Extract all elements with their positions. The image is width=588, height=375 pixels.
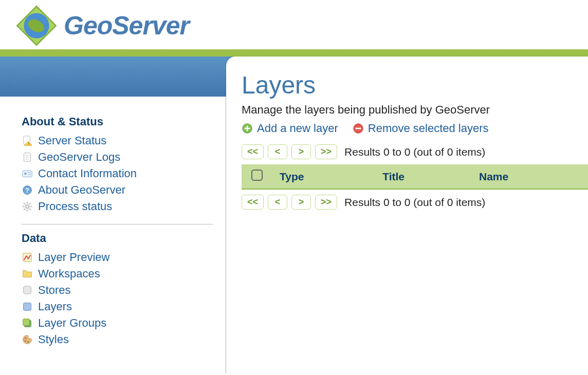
action-bar: Add a new layer Remove selected layers xyxy=(242,122,588,135)
svg-point-10 xyxy=(24,173,27,175)
sidebar-item-layer-groups[interactable]: Layer Groups xyxy=(22,315,213,331)
svg-line-22 xyxy=(29,203,31,204)
svg-point-24 xyxy=(26,205,28,208)
sidebar-link[interactable]: Layer Groups xyxy=(38,316,106,330)
sidebar-item-contact-information[interactable]: Contact Information xyxy=(22,165,213,182)
help-icon: ? xyxy=(22,184,33,196)
id-card-icon xyxy=(22,168,33,179)
main-panel: Layers Manage the layers being published… xyxy=(226,57,588,374)
sidebar-item-workspaces[interactable]: Workspaces xyxy=(22,266,213,282)
layers-table: Type Title Name xyxy=(242,164,588,190)
remove-layers-link[interactable]: Remove selected layers xyxy=(353,122,489,135)
sidebar-link[interactable]: Server Status xyxy=(38,134,106,147)
sidebar-item-layers[interactable]: Layers xyxy=(22,298,213,315)
add-layer-label: Add a new layer xyxy=(257,122,338,135)
layer-group-icon xyxy=(22,317,33,329)
pager-prev-button[interactable]: < xyxy=(268,195,287,210)
column-name[interactable]: Name xyxy=(472,164,588,189)
svg-point-32 xyxy=(27,341,29,343)
sidebar-item-about-geoserver[interactable]: ? About GeoServer xyxy=(22,182,213,198)
remove-layers-label: Remove selected layers xyxy=(368,122,489,135)
app-header: GeoServer xyxy=(0,0,588,57)
sidebar-item-stores[interactable]: Stores xyxy=(22,282,213,298)
page-title: Layers xyxy=(242,71,588,99)
layer-icon xyxy=(22,301,33,312)
brand-name: GeoServer xyxy=(64,11,189,41)
pager-first-button[interactable]: << xyxy=(242,195,264,210)
add-icon xyxy=(242,123,253,134)
pager-last-button[interactable]: >> xyxy=(315,144,337,159)
sidebar: About & Status ! Server Status GeoServer… xyxy=(0,97,226,374)
svg-text:!: ! xyxy=(28,141,29,146)
pager-next-button[interactable]: > xyxy=(291,195,311,210)
sidebar-section-about: ! Server Status GeoServer Logs Contact I… xyxy=(22,133,213,215)
sidebar-item-process-status[interactable]: Process status xyxy=(22,198,213,215)
preview-icon xyxy=(22,252,33,263)
svg-line-20 xyxy=(24,203,25,204)
svg-text:?: ? xyxy=(25,187,29,194)
database-icon xyxy=(22,285,33,296)
sidebar-section-title-data: Data xyxy=(22,232,213,245)
sidebar-link[interactable]: Stores xyxy=(38,284,71,297)
pager-last-button[interactable]: >> xyxy=(315,195,337,210)
palette-icon xyxy=(22,334,33,345)
pager-top: << < > >> Results 0 to 0 (out of 0 items… xyxy=(242,144,588,159)
gear-icon xyxy=(22,201,33,212)
sidebar-link[interactable]: Process status xyxy=(38,200,112,213)
sidebar-link[interactable]: Contact Information xyxy=(38,167,137,180)
sidebar-section-data: Layer Preview Workspaces Stores Layers xyxy=(22,249,213,348)
document-icon xyxy=(22,152,33,163)
pager-bottom: << < > >> Results 0 to 0 (out of 0 items… xyxy=(242,195,588,210)
pager-status: Results 0 to 0 (out of 0 items) xyxy=(344,196,485,209)
sidebar-link[interactable]: Workspaces xyxy=(38,267,100,280)
column-select-all xyxy=(242,164,272,189)
svg-point-31 xyxy=(25,340,26,342)
add-layer-link[interactable]: Add a new layer xyxy=(242,122,338,135)
svg-line-21 xyxy=(29,209,31,210)
sidebar-section-title-about: About & Status xyxy=(22,115,213,128)
sidebar-item-server-status[interactable]: ! Server Status xyxy=(22,133,213,149)
pager-prev-button[interactable]: < xyxy=(268,144,287,159)
sidebar-link[interactable]: Styles xyxy=(38,333,69,346)
svg-rect-29 xyxy=(23,319,30,326)
column-type[interactable]: Type xyxy=(272,164,375,189)
sidebar-item-styles[interactable]: Styles xyxy=(22,331,213,348)
sidebar-item-layer-preview[interactable]: Layer Preview xyxy=(22,249,213,266)
pager-next-button[interactable]: > xyxy=(291,144,311,159)
page-subtitle: Manage the layers being published by Geo… xyxy=(242,103,588,117)
folder-icon xyxy=(22,268,33,279)
pager-first-button[interactable]: << xyxy=(242,144,264,159)
svg-rect-27 xyxy=(24,303,31,311)
svg-line-23 xyxy=(24,209,25,210)
sidebar-link[interactable]: About GeoServer xyxy=(38,183,125,197)
page-warning-icon: ! xyxy=(22,135,33,146)
geoserver-logo-icon xyxy=(15,5,58,47)
sidebar-link[interactable]: Layers xyxy=(38,300,72,313)
select-all-checkbox[interactable] xyxy=(251,170,263,181)
sidebar-link[interactable]: Layer Preview xyxy=(38,251,109,264)
column-title[interactable]: Title xyxy=(375,164,472,189)
sidebar-divider xyxy=(22,224,213,224)
sidebar-item-geoserver-logs[interactable]: GeoServer Logs xyxy=(22,149,213,165)
svg-point-30 xyxy=(25,338,26,339)
svg-rect-9 xyxy=(23,171,32,177)
pager-status: Results 0 to 0 (out of 0 items) xyxy=(344,146,485,158)
brand-block[interactable]: GeoServer xyxy=(15,5,189,47)
remove-icon xyxy=(353,123,364,134)
sidebar-link[interactable]: GeoServer Logs xyxy=(38,151,120,164)
